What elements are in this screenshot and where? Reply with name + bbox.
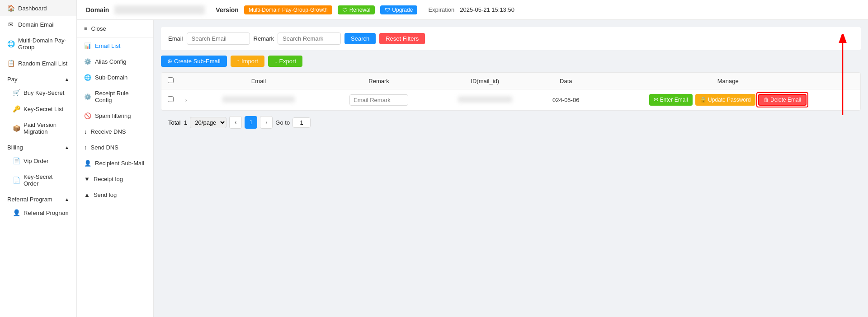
row-manage-cell: ✉ Enter Email 🔒 Update Password <box>595 89 860 111</box>
upgrade-badge[interactable]: 🛡 Upgrade <box>380 5 417 14</box>
sub-sidebar-label-receipt-log: Receipt log <box>94 176 123 182</box>
sidebar-item-referral-program[interactable]: 👤 Referral Program <box>0 205 76 221</box>
sub-sidebar-receipt-log[interactable]: ▼ Receipt log <box>77 171 153 187</box>
sidebar-item-dashboard[interactable]: 🏠 Dashboard <box>0 0 76 16</box>
goto-input[interactable] <box>292 117 311 128</box>
chart-icon: 📊 <box>84 42 91 49</box>
sidebar-item-domain-email[interactable]: ✉ Domain Email <box>0 16 76 33</box>
remark-filter-label: Remark <box>254 35 274 42</box>
search-button[interactable]: Search <box>344 33 376 44</box>
plus-icon: ⊕ <box>167 58 172 65</box>
select-all-checkbox[interactable] <box>168 77 174 83</box>
renewal-label: Renewal <box>349 7 371 13</box>
sidebar-group-pay[interactable]: Pay ▲ <box>0 71 76 84</box>
delete-email-label: Delete Email <box>770 97 801 103</box>
email-search-input[interactable] <box>187 33 250 45</box>
header-bar: Domain Version Multi-Domain Pay-Group-Gr… <box>77 0 868 20</box>
sub-sidebar-receive-dns[interactable]: ↓ Receive DNS <box>77 124 153 140</box>
chevron-up-icon: ▲ <box>65 77 69 82</box>
red-arrow-annotation <box>829 34 856 124</box>
receipt-rule-icon: ⚙️ <box>84 93 91 100</box>
upgrade-label: Upgrade <box>392 7 413 13</box>
row-checkbox[interactable] <box>168 96 174 102</box>
close-button[interactable]: ≡ Close <box>77 20 153 38</box>
sidebar-item-random-email[interactable]: 📋 Random Email List <box>0 55 76 71</box>
mail-id-blurred <box>458 96 512 103</box>
delete-email-wrapper: 🗑 Delete Email <box>758 94 807 106</box>
sidebar-group-referral[interactable]: Referral Program ▲ <box>0 191 76 205</box>
trash-icon: 🗑 <box>764 97 769 103</box>
remark-input[interactable] <box>349 94 408 106</box>
sidebar-label-multi-domain: Multi-Domain Pay-Group <box>18 37 69 51</box>
sub-sidebar-alias-config[interactable]: ⚙️ Alias Config <box>77 54 153 70</box>
sub-sidebar-receipt-rule[interactable]: ⚙️ Receipt Rule Config <box>77 85 153 108</box>
email-table: Email Remark ID(mail_id) Data Manage <box>161 72 861 111</box>
receipt-log-icon: ▼ <box>84 176 90 182</box>
domain-value <box>114 5 205 14</box>
chevron-up-referral-icon: ▲ <box>65 197 69 202</box>
content-wrap: ≡ Close 📊 Email List ⚙️ Alias Config 🌐 S… <box>77 20 868 317</box>
key-icon: 🔑 <box>13 105 20 112</box>
sidebar-item-buy-key[interactable]: 🛒 Buy Key-Secret <box>0 84 76 101</box>
renewal-badge[interactable]: 🛡 Renewal <box>338 5 375 14</box>
remark-search-input[interactable] <box>278 33 341 45</box>
prev-page-button[interactable]: ‹ <box>229 116 242 129</box>
filter-row: Email Remark Search Reset Filters <box>161 27 861 50</box>
row-expand-cell[interactable]: › <box>179 89 193 111</box>
sub-sidebar-sub-domain[interactable]: 🌐 Sub-Domain <box>77 70 153 85</box>
expand-header <box>179 73 193 89</box>
expiration-value: 2025-05-21 15:13:50 <box>460 6 514 13</box>
sub-sidebar-email-list[interactable]: 📊 Email List <box>77 38 153 54</box>
sidebar-label-domain-email: Domain Email <box>18 21 55 28</box>
update-password-button[interactable]: 🔒 Update Password <box>695 94 755 106</box>
sub-sidebar-label-receive-dns: Receive DNS <box>91 128 126 135</box>
page-1-button[interactable]: 1 <box>245 116 257 129</box>
download-icon: ↓ <box>274 58 278 65</box>
sidebar-item-key-list[interactable]: 🔑 Key-Secret List <box>0 101 76 117</box>
close-label: Close <box>91 25 106 32</box>
data-column-header: Data <box>536 73 595 89</box>
version-badge: Multi-Domain Pay-Group-Growth <box>244 5 332 14</box>
spam-icon: 🚫 <box>84 112 91 119</box>
sub-sidebar-label-sub-domain: Sub-Domain <box>95 74 127 81</box>
goto-label: Go to <box>275 119 290 126</box>
package-icon: 📦 <box>13 125 20 132</box>
sidebar-group-billing[interactable]: Billing ▲ <box>0 140 76 153</box>
sidebar-item-vip-order[interactable]: 📄 Vip Order <box>0 153 76 169</box>
globe-icon: 🌐 <box>7 40 14 47</box>
sub-sidebar-recipient-sub-mail[interactable]: 👤 Recipient Sub-Mail <box>77 155 153 171</box>
manage-buttons: ✉ Enter Email 🔒 Update Password <box>601 94 855 106</box>
sidebar-label-paid-migration: Paid Version Migration <box>24 121 69 135</box>
sub-sidebar-spam-filter[interactable]: 🚫 Spam filtering <box>77 108 153 124</box>
sub-sidebar-label-send-dns: Send DNS <box>91 144 118 151</box>
enter-email-button[interactable]: ✉ Enter Email <box>649 94 692 106</box>
sidebar-label-dashboard: Dashboard <box>18 5 47 12</box>
upload-icon: ↑ <box>237 58 240 65</box>
close-icon: ≡ <box>84 25 88 32</box>
email-icon: ✉ <box>7 21 14 28</box>
manage-column-header: Manage <box>595 73 860 89</box>
create-sub-email-button[interactable]: ⊕ Create Sub-Email <box>161 56 227 67</box>
dashboard-icon: 🏠 <box>7 5 14 12</box>
sub-sidebar-send-dns[interactable]: ↑ Send DNS <box>77 140 153 155</box>
sub-sidebar-label-spam: Spam filtering <box>95 112 131 119</box>
total-count: 1 <box>184 119 187 126</box>
reset-filters-button[interactable]: Reset Filters <box>379 33 425 44</box>
import-button[interactable]: ↑ Import <box>231 56 264 67</box>
sidebar-label-billing: Billing <box>7 144 23 151</box>
row-data-cell: 024-05-06 <box>536 89 595 111</box>
sidebar-item-key-secret-order[interactable]: 📄 Key-Secret Order <box>0 169 76 191</box>
export-button[interactable]: ↓ Export <box>268 56 302 67</box>
sidebar-item-paid-migration[interactable]: 📦 Paid Version Migration <box>0 117 76 140</box>
create-btn-label: Create Sub-Email <box>174 58 221 65</box>
delete-email-button[interactable]: 🗑 Delete Email <box>758 94 807 106</box>
sidebar-label-key-secret-order: Key-Secret Order <box>24 173 69 187</box>
subdomain-icon: 🌐 <box>84 74 91 81</box>
next-page-button[interactable]: › <box>260 116 273 129</box>
mail-id-column-header: ID(mail_id) <box>434 73 536 89</box>
page-size-select[interactable]: 20/page <box>190 117 226 128</box>
sub-sidebar-send-log[interactable]: ▲ Send log <box>77 187 153 203</box>
export-btn-label: Export <box>279 58 296 65</box>
sidebar-item-multi-domain[interactable]: 🌐 Multi-Domain Pay-Group <box>0 33 76 55</box>
alias-icon: ⚙️ <box>84 58 91 65</box>
